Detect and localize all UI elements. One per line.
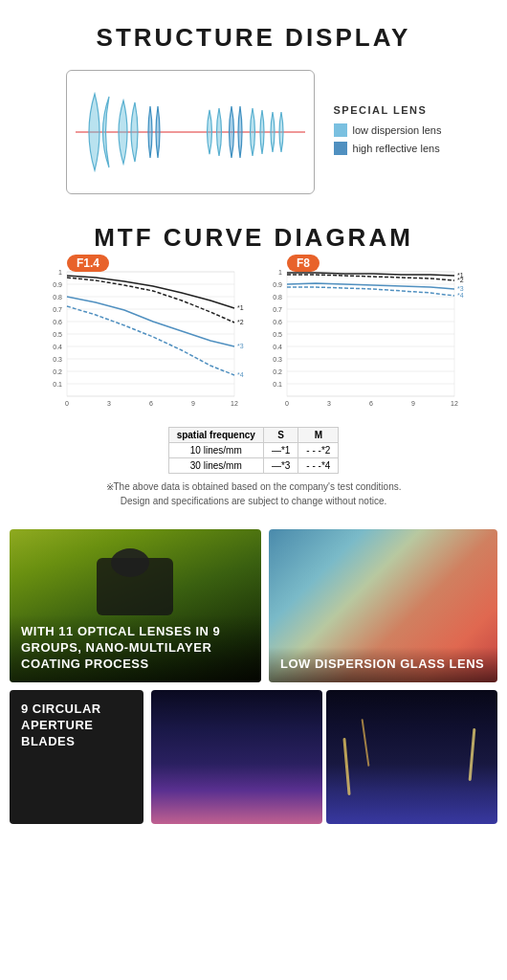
photo-overlay-optical: WITH 11 OPTICAL LENSES IN 9 GROUPS, NANO… bbox=[10, 614, 261, 682]
legend-header-freq: spatial frequency bbox=[168, 428, 263, 443]
photo-row-bottom: 9 CIRCULAR APERTURE BLADES bbox=[10, 690, 497, 824]
legend-item-0: low dispersion lens bbox=[334, 123, 442, 137]
mtf-badge-f14: F1.4 bbox=[67, 255, 109, 272]
photo-card-right-group bbox=[151, 690, 497, 824]
mtf-svg-f8: 1 0.9 0.8 0.7 0.6 0.5 0.4 0.3 0.2 0.1 0 … bbox=[258, 262, 469, 415]
svg-text:0.3: 0.3 bbox=[273, 356, 282, 363]
mtf-legend: spatial frequency S M 10 lines/mm —*1 - … bbox=[19, 427, 488, 474]
svg-text:6: 6 bbox=[369, 400, 373, 407]
svg-text:0.9: 0.9 bbox=[273, 281, 282, 288]
svg-text:0.4: 0.4 bbox=[273, 344, 282, 350]
mtf-badge-f8: F8 bbox=[287, 255, 320, 272]
svg-text:9: 9 bbox=[411, 400, 415, 407]
legend-row0-label: 10 lines/mm bbox=[168, 443, 263, 458]
svg-text:0.5: 0.5 bbox=[273, 331, 282, 338]
svg-text:*1: *1 bbox=[237, 304, 244, 311]
photo-row-top: WITH 11 OPTICAL LENSES IN 9 GROUPS, NANO… bbox=[10, 529, 497, 682]
photo-label-aperture: 9 CIRCULAR APERTURE BLADES bbox=[21, 702, 132, 750]
svg-text:0: 0 bbox=[65, 400, 69, 407]
svg-text:0.6: 0.6 bbox=[273, 319, 282, 325]
photo-label-dispersion: LOW DISPERSION GLASS LENS bbox=[280, 657, 486, 673]
svg-text:0.2: 0.2 bbox=[53, 368, 62, 375]
svg-text:0.3: 0.3 bbox=[53, 356, 62, 363]
svg-text:0.1: 0.1 bbox=[273, 381, 282, 388]
svg-text:3: 3 bbox=[107, 400, 111, 407]
svg-text:9: 9 bbox=[191, 400, 195, 407]
svg-text:0.9: 0.9 bbox=[53, 281, 62, 288]
special-lens-title: SPECIAL LENS bbox=[334, 104, 442, 116]
svg-text:*2: *2 bbox=[237, 319, 244, 325]
legend-row1-m: - - -*4 bbox=[298, 458, 339, 474]
legend-row0-m: - - -*2 bbox=[298, 443, 339, 458]
lens-svg bbox=[76, 79, 305, 185]
svg-text:*3: *3 bbox=[237, 343, 244, 349]
legend-header-s: S bbox=[263, 428, 298, 443]
legend-item-1: high reflective lens bbox=[334, 142, 442, 155]
legend-header-m: M bbox=[298, 428, 339, 443]
mtf-legend-table: spatial frequency S M 10 lines/mm —*1 - … bbox=[168, 427, 340, 474]
legend-color-1 bbox=[334, 142, 347, 155]
svg-text:*4: *4 bbox=[237, 371, 244, 378]
mtf-title: MTF CURVE DIAGRAM bbox=[19, 223, 488, 253]
legend-row1-s: —*3 bbox=[263, 458, 298, 474]
svg-text:0.7: 0.7 bbox=[53, 306, 62, 313]
mtf-section: MTF CURVE DIAGRAM F1.4 1 bbox=[0, 213, 507, 529]
mtf-charts: F1.4 1 0.9 0.8 0.7 bbox=[19, 262, 488, 419]
svg-text:0: 0 bbox=[285, 400, 289, 407]
svg-text:0.5: 0.5 bbox=[53, 331, 62, 338]
mtf-chart-f14: F1.4 1 0.9 0.8 0.7 bbox=[38, 262, 249, 419]
photo-card-city bbox=[151, 690, 322, 824]
svg-text:12: 12 bbox=[231, 400, 238, 407]
svg-text:0.8: 0.8 bbox=[273, 294, 282, 301]
disclaimer: ※The above data is obtained based on the… bbox=[19, 479, 488, 508]
svg-text:3: 3 bbox=[327, 400, 331, 407]
photo-card-street bbox=[326, 690, 497, 824]
svg-text:12: 12 bbox=[451, 400, 458, 407]
photo-card-dispersion: LOW DISPERSION GLASS LENS bbox=[269, 529, 497, 682]
svg-text:*4: *4 bbox=[457, 292, 464, 299]
photo-grid: WITH 11 OPTICAL LENSES IN 9 GROUPS, NANO… bbox=[0, 529, 507, 834]
svg-text:*3: *3 bbox=[457, 285, 464, 292]
photo-overlay-dispersion: LOW DISPERSION GLASS LENS bbox=[269, 647, 497, 682]
structure-title: STRUCTURE DISPLAY bbox=[19, 23, 488, 53]
legend-row0-s: —*1 bbox=[263, 443, 298, 458]
legend-row1-label: 30 lines/mm bbox=[168, 458, 263, 474]
svg-text:1: 1 bbox=[58, 269, 62, 276]
svg-text:0.8: 0.8 bbox=[53, 294, 62, 301]
structure-section: STRUCTURE DISPLAY bbox=[0, 0, 507, 213]
svg-text:0.2: 0.2 bbox=[273, 368, 282, 375]
legend-color-0 bbox=[334, 123, 347, 137]
svg-text:6: 6 bbox=[149, 400, 153, 407]
legend-label-1: high reflective lens bbox=[353, 143, 440, 154]
svg-text:0.1: 0.1 bbox=[53, 381, 62, 388]
svg-text:1: 1 bbox=[278, 269, 282, 276]
svg-text:*2: *2 bbox=[457, 277, 464, 283]
photo-label-optical: WITH 11 OPTICAL LENSES IN 9 GROUPS, NANO… bbox=[21, 624, 250, 673]
mtf-svg-f14: 1 0.9 0.8 0.7 0.6 0.5 0.4 0.3 0.2 0.1 0 … bbox=[38, 262, 249, 415]
legend-label-0: low dispersion lens bbox=[353, 124, 442, 136]
svg-text:0.7: 0.7 bbox=[273, 306, 282, 313]
special-lens-info: SPECIAL LENS low dispersion lens high re… bbox=[334, 104, 442, 160]
mtf-chart-f8: F8 1 0.9 0.8 0.7 0.6 bbox=[258, 262, 469, 419]
structure-content: SPECIAL LENS low dispersion lens high re… bbox=[19, 70, 488, 194]
lens-diagram bbox=[66, 70, 315, 194]
photo-card-optical: WITH 11 OPTICAL LENSES IN 9 GROUPS, NANO… bbox=[10, 529, 261, 682]
photo-card-aperture-label: 9 CIRCULAR APERTURE BLADES bbox=[10, 690, 143, 824]
svg-text:0.4: 0.4 bbox=[53, 344, 62, 350]
svg-text:0.6: 0.6 bbox=[53, 319, 62, 325]
